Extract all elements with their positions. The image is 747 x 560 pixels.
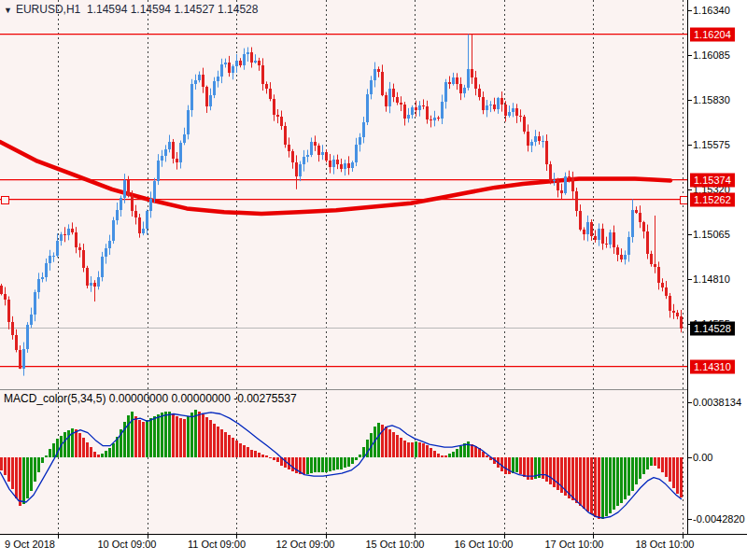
- candlestick: [571, 177, 574, 191]
- candlestick: [392, 89, 395, 97]
- macd-histogram-bar: [418, 442, 421, 457]
- price-tick-label: 1.16085: [693, 49, 730, 61]
- candlestick: [377, 69, 380, 72]
- candlestick: [448, 82, 451, 83]
- candlestick: [176, 159, 178, 162]
- candlestick: [321, 152, 324, 155]
- candlestick: [194, 80, 197, 84]
- candlestick: [590, 222, 593, 236]
- candlestick: [411, 107, 414, 115]
- candlestick: [661, 283, 664, 287]
- candlestick: [164, 149, 167, 155]
- macd-histogram-bar: [486, 455, 488, 457]
- macd-histogram-bar: [4, 457, 7, 475]
- candlestick: [142, 229, 145, 233]
- candlestick: [456, 77, 458, 83]
- macd-histogram-bar: [153, 416, 156, 457]
- time-axis[interactable]: 9 Oct 201810 Oct 09:0011 Oct 09:0012 Oct…: [0, 534, 747, 560]
- macd-histogram-bar: [261, 455, 264, 457]
- chevron-down-icon[interactable]: ▼: [4, 6, 12, 15]
- candlestick: [355, 145, 358, 162]
- macd-histogram-bar: [519, 457, 522, 474]
- candlestick: [340, 164, 343, 169]
- price-tick-label: 1.15065: [693, 229, 730, 240]
- candlestick: [63, 234, 66, 235]
- time-tick-label: 11 Oct 09:00: [188, 539, 246, 550]
- macd-histogram-bar: [452, 452, 455, 457]
- candlestick: [190, 84, 193, 109]
- candlestick: [654, 264, 656, 267]
- macd-histogram-bar: [134, 416, 137, 457]
- macd-tick-mark: [688, 519, 692, 520]
- macd-histogram-bar: [310, 457, 313, 473]
- candlestick: [4, 294, 7, 300]
- macd-histogram-bar: [22, 457, 25, 504]
- moving-average-line[interactable]: [0, 142, 670, 214]
- candlestick: [471, 69, 473, 77]
- macd-histogram-bar: [19, 457, 21, 506]
- macd-histogram-bar: [254, 451, 257, 457]
- macd-histogram-bar: [680, 457, 683, 497]
- candlestick: [482, 97, 485, 110]
- price-tick-mark: [688, 145, 692, 146]
- macd-histogram-bar: [146, 420, 148, 457]
- macd-histogram-bar: [613, 457, 615, 510]
- macd-histogram-bar: [553, 457, 556, 487]
- candlestick: [138, 217, 141, 233]
- macd-histogram-bar: [620, 457, 623, 503]
- candlestick: [45, 263, 48, 276]
- macd-histogram-bar: [228, 435, 231, 457]
- price-tick-mark: [688, 279, 692, 280]
- macd-histogram-bar: [209, 420, 212, 457]
- macd-histogram-bar: [385, 427, 388, 457]
- candlestick: [116, 210, 119, 220]
- candlestick: [288, 145, 290, 151]
- price-tick-mark: [688, 55, 692, 56]
- macd-histogram-bar: [422, 443, 425, 457]
- macd-histogram-bar: [138, 420, 141, 457]
- candlestick: [486, 105, 488, 110]
- symbol-period-label: EURUSD,H1: [16, 3, 80, 16]
- macd-histogram-bar: [598, 457, 600, 519]
- candlestick: [534, 136, 537, 142]
- candlestick: [523, 117, 526, 131]
- candlestick: [149, 199, 152, 211]
- candlestick: [22, 349, 25, 370]
- price-level-badge: 1.14310: [690, 359, 735, 373]
- chart-plot-area[interactable]: [0, 0, 687, 534]
- candlestick: [672, 311, 675, 313]
- macd-histogram-bar: [545, 457, 548, 482]
- macd-tick-mark: [688, 457, 692, 458]
- candlestick: [261, 65, 264, 84]
- macd-histogram-bar: [235, 441, 238, 457]
- macd-histogram-bar: [250, 450, 253, 457]
- candlestick: [258, 61, 261, 65]
- macd-tick-mark: [688, 402, 692, 403]
- candlestick: [594, 236, 597, 239]
- macd-histogram-bar: [347, 457, 350, 467]
- macd-histogram-bar: [67, 430, 70, 457]
- current-price-badge: 1.14528: [690, 321, 735, 335]
- macd-histogram-bar: [403, 441, 406, 457]
- price-level-badge: 1.16204: [690, 27, 735, 41]
- macd-histogram-bar: [407, 442, 410, 457]
- macd-histogram-bar: [15, 457, 18, 498]
- price-macd-canvas[interactable]: [0, 0, 687, 534]
- macd-histogram-bar: [411, 442, 414, 457]
- candlestick: [314, 142, 317, 146]
- macd-histogram-bar: [45, 455, 48, 457]
- macd-histogram-bar: [258, 453, 261, 457]
- macd-histogram-bar: [176, 416, 178, 457]
- candlestick: [631, 210, 634, 237]
- macd-histogram-bar: [97, 455, 100, 457]
- candlestick: [519, 116, 522, 117]
- hline-drag-handle[interactable]: [1, 196, 9, 204]
- macd-histogram-bar: [168, 412, 171, 457]
- candlestick: [605, 244, 608, 245]
- macd-histogram-bar: [444, 455, 447, 457]
- macd-histogram-bar: [482, 452, 485, 457]
- price-axis[interactable]: 1.163401.160851.158301.155751.153201.150…: [687, 0, 747, 534]
- candlestick: [601, 229, 604, 244]
- candlestick: [657, 267, 660, 283]
- candlestick: [235, 61, 238, 66]
